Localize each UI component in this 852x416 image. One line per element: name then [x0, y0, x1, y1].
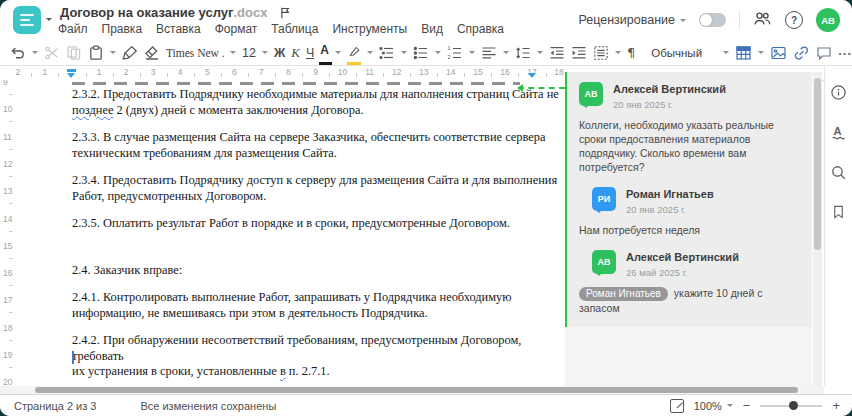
bullet-list-button[interactable] [413, 43, 429, 63]
copy-button[interactable] [66, 43, 82, 63]
multilevel-list-button[interactable] [379, 43, 395, 63]
font-size-caret-icon[interactable] [262, 51, 268, 57]
bold-button[interactable]: Ж [274, 43, 285, 63]
horizontal-scrollbar[interactable] [0, 386, 824, 394]
comment[interactable]: АВАлексей Вертинский20 янв 2025 г.Коллег… [579, 82, 800, 174]
ruler-tick [9, 203, 13, 204]
numbered-list-caret-icon[interactable] [469, 51, 475, 57]
favorite-flag-icon[interactable] [279, 6, 292, 20]
paragraph-style-select[interactable]: Обычный [651, 43, 717, 63]
font-size-select[interactable]: 12 [242, 43, 256, 63]
ruler-number: 16 [3, 268, 12, 278]
comment-header: РИРоман Игнатьев20 янв 2025 г. [592, 187, 800, 215]
increase-indent-button[interactable] [571, 43, 587, 63]
menu-item-файл[interactable]: Файл [58, 22, 88, 36]
menu-item-инструменты[interactable]: Инструменты [332, 22, 407, 36]
insert-image-button[interactable] [770, 43, 787, 63]
ruler-number: 20 [3, 377, 12, 386]
review-mode-dropdown[interactable]: Рецензирование [578, 13, 686, 27]
line-spacing-button[interactable] [515, 43, 531, 63]
menu-item-вид[interactable]: Вид [421, 22, 443, 36]
help-icon[interactable]: ? [785, 11, 803, 29]
zoom-in-button[interactable]: + [832, 401, 840, 411]
vertical-scrollbar-thumb[interactable] [814, 78, 821, 250]
style-caret-icon[interactable] [723, 51, 729, 57]
logo-caret-icon[interactable] [46, 18, 52, 24]
show-paragraph-marks-button[interactable]: ¶ [627, 43, 635, 63]
comment-header: АВАлексей Вертинский20 янв 2025 г. [579, 82, 800, 110]
comment-reply[interactable]: РИРоман Игнатьев20 янв 2025 г.Нам потреб… [579, 187, 800, 237]
decrease-indent-button[interactable] [549, 43, 565, 63]
table-caret-icon[interactable] [758, 51, 764, 57]
user-avatar[interactable]: АВ [816, 8, 840, 32]
zoom-out-button[interactable]: − [743, 401, 751, 411]
header-right-cluster: Рецензирование ? АВ [578, 8, 840, 32]
vertical-scrollbar[interactable] [813, 72, 822, 386]
insert-link-button[interactable] [793, 43, 810, 63]
spellcheck-icon[interactable]: А [830, 124, 847, 145]
font-name-select[interactable]: Times New ... [166, 43, 224, 63]
format-painter-button[interactable] [122, 43, 138, 63]
paragraph[interactable]: 2.4.1. Контролировать выполнение Работ, … [72, 290, 564, 321]
align-caret-icon[interactable] [503, 51, 509, 57]
numbered-list-button[interactable]: 12 [447, 43, 463, 63]
app-logo-icon[interactable] [13, 6, 41, 34]
fit-to-width-icon[interactable] [670, 399, 684, 413]
cut-button[interactable] [44, 43, 60, 63]
line-spacing-caret-icon[interactable] [537, 51, 543, 57]
menu-item-правка[interactable]: Правка [102, 22, 143, 36]
document-text[interactable]: 2.3.2. Предоставить Подрядчику необходим… [72, 87, 564, 386]
menu-item-вставка[interactable]: Вставка [156, 22, 201, 36]
italic-button[interactable]: К [291, 43, 300, 63]
zoom-level-select[interactable]: 100% [694, 400, 733, 412]
ruler-number: 8 [286, 67, 291, 77]
multilevel-list-caret-icon[interactable] [401, 51, 407, 57]
zoom-slider[interactable] [760, 405, 822, 407]
toolbar-more-button[interactable]: ... [838, 40, 852, 60]
paragraph[interactable]: 2.3.3. В случае размещения Сайта на серв… [72, 130, 564, 161]
menu-item-таблица[interactable]: Таблица [271, 22, 318, 36]
paragraph[interactable]: 2.4.2. При обнаружении несоответствий тр… [72, 333, 564, 380]
comment-reply[interactable]: АВАлексей Вертинский26 май 2025 г.Роман … [579, 250, 800, 315]
track-changes-toggle[interactable] [699, 13, 726, 27]
search-icon[interactable] [830, 164, 847, 185]
clear-style-eraser-button[interactable] [144, 43, 160, 63]
menu-item-справка[interactable]: Справка [457, 22, 504, 36]
document-info-icon[interactable] [830, 84, 847, 105]
comment-button[interactable] [816, 43, 832, 63]
underline-button[interactable]: Ч [306, 43, 314, 63]
paragraph-settings-button[interactable] [593, 43, 609, 63]
insert-table-button[interactable] [735, 43, 752, 63]
paragraph[interactable]: 2.3.5. Оплатить результат Работ в порядк… [72, 216, 564, 232]
highlight-caret-icon[interactable] [367, 51, 373, 57]
zoom-slider-knob[interactable] [789, 401, 798, 410]
font-color-caret-icon[interactable] [335, 51, 341, 57]
menu-item-формат[interactable]: Формат [215, 22, 258, 36]
paragraph-settings-caret-icon[interactable] [615, 51, 621, 57]
ruler-number: 9 [313, 67, 318, 77]
paste-button[interactable] [88, 43, 104, 63]
horizontal-scrollbar-thumb[interactable] [35, 387, 798, 393]
paragraph[interactable]: 2.4. Заказчик вправе: [72, 263, 564, 279]
font-color-button[interactable]: А [320, 41, 329, 65]
mention-pill[interactable]: Роман Игнатьев [579, 287, 668, 301]
text-run: их устранения в сроки, установленные [72, 364, 280, 378]
align-button[interactable] [481, 43, 497, 63]
vertical-ruler[interactable]: 91011121314151617181920 [0, 80, 19, 386]
comment-thread-card[interactable]: АВАлексей Вертинский20 янв 2025 г.Коллег… [565, 72, 812, 327]
font-name-caret-icon[interactable] [230, 51, 236, 57]
comment-date: 20 янв 2025 г. [613, 99, 726, 110]
highlight-color-button[interactable] [347, 41, 361, 65]
paste-caret-icon[interactable] [110, 51, 116, 57]
bookmark-icon[interactable] [831, 204, 846, 224]
document-page[interactable]: 2.3.2. Предоставить Подрядчику необходим… [18, 80, 565, 386]
undo-button[interactable] [10, 43, 26, 63]
ruler-number: 5 [205, 67, 210, 77]
paragraph[interactable]: 2.3.2. Предоставить Подрядчику необходим… [72, 87, 564, 118]
bullet-list-caret-icon[interactable] [435, 51, 441, 57]
page-indicator[interactable]: Страница 2 из 3 [14, 400, 96, 412]
text-run: 2.3.5. Оплатить результат Работ в порядк… [72, 216, 510, 230]
undo-caret-icon[interactable] [32, 51, 38, 57]
collaboration-users-icon[interactable] [753, 10, 772, 31]
paragraph[interactable]: 2.3.4. Предоставить Подрядчику доступ к … [72, 173, 564, 204]
